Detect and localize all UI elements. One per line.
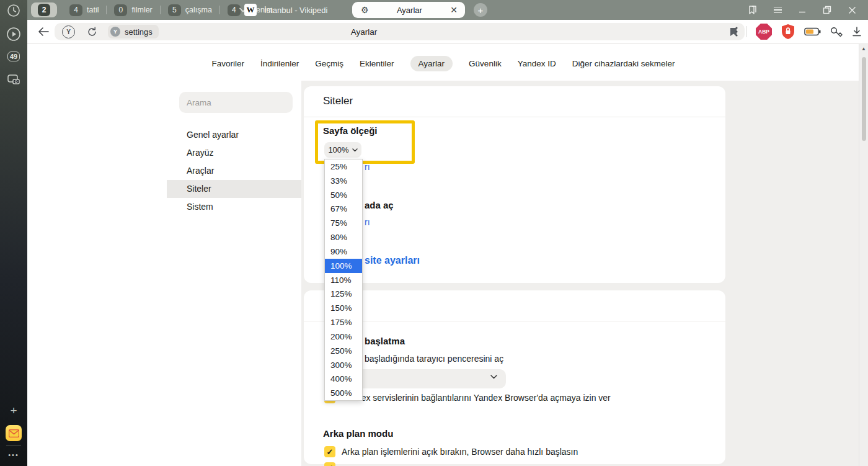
omnibox[interactable]: Y Y settings Ayarlar (55, 23, 745, 40)
toolbar-divider (746, 26, 747, 37)
history-icon[interactable] (0, 3, 27, 18)
settings-sidebar-item[interactable]: Genel ayarlar (167, 126, 301, 144)
side-panel-icon[interactable] (740, 0, 765, 20)
yandex-browser-icon[interactable]: Y (62, 23, 75, 40)
partial-link-mid[interactable]: rı (365, 217, 370, 227)
page-scale-option-list: 25%33%50%67%75%80%90%100%110%125%150%175… (324, 159, 363, 401)
kebab-menu-icon[interactable] (735, 27, 738, 37)
minimize-icon[interactable] (790, 0, 815, 20)
yandex-mail-icon[interactable] (0, 425, 27, 441)
window-controls (740, 0, 864, 20)
settings-search-input[interactable] (179, 92, 293, 113)
settings-nav-item[interactable]: Diğer cihazlardaki sekmeler (572, 56, 675, 71)
protect-shield-icon[interactable] (781, 24, 795, 40)
toolbar-right-icons: ABP (735, 20, 862, 43)
tab-counter-value: 49 (7, 52, 20, 61)
scale-option[interactable]: 125% (325, 287, 362, 301)
page-title: Ayarlar (351, 23, 378, 40)
scale-option[interactable]: 67% (325, 202, 362, 216)
settings-sidebar-item[interactable]: Siteler (167, 180, 301, 198)
scale-option[interactable]: 80% (325, 230, 362, 244)
new-tab-button[interactable]: + (474, 3, 487, 17)
url-chip[interactable]: Y settings (108, 25, 159, 38)
tab-group-label: çalışma (185, 6, 212, 14)
tab-group[interactable]: 4tatil (62, 4, 106, 16)
download-icon[interactable] (852, 27, 862, 37)
settings-nav-item[interactable]: Güvenlik (469, 56, 502, 71)
site-favicon-yandex: Y (110, 27, 120, 37)
gear-icon: ⚙ (361, 5, 369, 15)
partial-heading-open: ada aç (365, 200, 394, 210)
active-tab-group-count: 2 (38, 4, 50, 16)
key-icon[interactable] (830, 25, 843, 38)
rail-divider (6, 445, 21, 446)
adblock-plus-icon[interactable]: ABP (756, 24, 772, 40)
settings-nav-item[interactable]: Ayarlar (410, 56, 453, 71)
add-panel-icon[interactable]: + (0, 403, 27, 418)
reload-icon[interactable] (87, 23, 97, 40)
restore-icon[interactable] (815, 0, 839, 20)
scale-option[interactable]: 500% (325, 386, 362, 400)
page-scale-dropdown-button[interactable]: 100% (324, 142, 361, 158)
scale-option[interactable]: 200% (325, 329, 362, 344)
scale-option[interactable]: 400% (325, 372, 362, 386)
scale-option[interactable]: 33% (325, 174, 362, 188)
tab-wikipedia[interactable]: İstanbul - Vikipedi (264, 0, 327, 20)
settings-sidebar-item[interactable]: Araçlar (167, 162, 301, 180)
scale-option[interactable]: 25% (325, 159, 362, 174)
screenshot-icon[interactable] (0, 71, 27, 87)
play-media-icon[interactable] (0, 27, 27, 42)
site-settings-link[interactable]: site ayarları (365, 255, 420, 266)
chevron-down-icon (490, 375, 497, 379)
scale-option[interactable]: 50% (325, 188, 362, 202)
scale-option[interactable]: 90% (325, 244, 362, 259)
page-scale-value: 100% (328, 145, 348, 155)
checkbox-checked-icon[interactable]: ✓ (324, 462, 335, 466)
settings-nav-item[interactable]: İndirilenler (260, 56, 299, 71)
battery-saver-icon[interactable] (804, 27, 821, 36)
settings-nav-item[interactable]: Eklentiler (360, 56, 394, 71)
more-options-icon[interactable]: ••• (0, 449, 27, 460)
menu-icon[interactable] (765, 0, 790, 20)
scale-option[interactable]: 250% (325, 344, 362, 358)
partial-checkbox-row[interactable]: ✓ (324, 462, 335, 466)
tab-group-count: 4 (228, 4, 241, 16)
scale-option[interactable]: 110% (325, 273, 362, 287)
tab-counter-badge[interactable]: 49 (0, 49, 27, 64)
tab-group-label: filmler (131, 6, 152, 14)
background-mode-checkbox-row[interactable]: ✓ Arka plan işlemlerini açık bırakın, Br… (324, 446, 578, 457)
tab-settings[interactable]: ⚙ Ayarlar ✕ (352, 2, 465, 18)
scale-option[interactable]: 100% (325, 259, 362, 273)
scale-option[interactable]: 175% (325, 315, 362, 329)
active-tab-title: Ayarlar (369, 6, 451, 15)
settings-nav-item[interactable]: Geçmiş (315, 56, 343, 71)
section-title: Siteler (323, 95, 353, 107)
back-icon[interactable] (35, 20, 52, 43)
partial-startup-text: başladığında tarayıcı penceresini aç (365, 354, 503, 364)
tab-group-count: 5 (168, 4, 181, 16)
settings-nav-item[interactable]: Yandex ID (518, 56, 556, 71)
settings-sidebar-item[interactable]: Sistem (167, 198, 301, 216)
tab-group[interactable]: 0filmler (107, 4, 159, 16)
checkbox-label: Arka plan işlemlerini açık bırakın, Brow… (342, 447, 578, 457)
close-window-icon[interactable] (839, 0, 864, 20)
scale-option[interactable]: 150% (325, 301, 362, 315)
close-tab-icon[interactable]: ✕ (450, 5, 458, 15)
sites-card: Siteler (304, 86, 725, 283)
partial-heading-startup: başlatma (365, 336, 405, 346)
scroll-up-arrow[interactable]: ▲ (859, 46, 868, 52)
browser-side-rail: 49 + ••• (0, 0, 27, 466)
settings-sidebar-item[interactable]: Arayüz (167, 144, 301, 162)
scale-option[interactable]: 75% (325, 216, 362, 230)
settings-nav-item[interactable]: Favoriler (211, 56, 244, 71)
tab-group[interactable]: 5çalışma (161, 4, 219, 16)
partial-link-top[interactable]: rı (365, 162, 370, 172)
url-text: settings (125, 27, 153, 37)
checkbox-checked-icon[interactable]: ✓ (324, 446, 335, 457)
active-tab-group[interactable]: 2 (31, 2, 57, 17)
toolbar: Y Y settings Ayarlar ABP (27, 20, 868, 44)
scrollbar[interactable]: ▲ (859, 43, 868, 466)
scale-option[interactable]: 300% (325, 358, 362, 372)
scrollbar-thumb[interactable] (862, 57, 866, 141)
yandex-links-checkbox-row[interactable]: ✓ Yandex servislerinin bağlantılarını Ya… (324, 392, 611, 403)
